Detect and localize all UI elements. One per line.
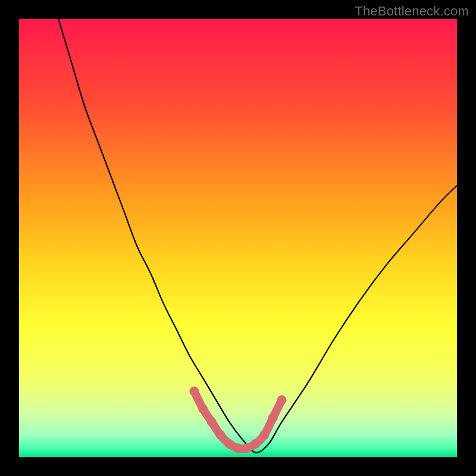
optimal-zone-dot xyxy=(198,404,208,414)
optimal-zone-dot xyxy=(233,443,243,453)
chart-frame: TheBottleneck.com xyxy=(0,0,476,476)
optimal-zone-dot xyxy=(207,417,217,427)
bottleneck-chart xyxy=(0,0,476,476)
optimal-zone-dot xyxy=(242,443,252,453)
optimal-zone-dot xyxy=(189,387,199,396)
plot-background xyxy=(19,19,457,457)
watermark-text: TheBottleneck.com xyxy=(355,4,469,19)
optimal-zone-dot xyxy=(268,413,278,422)
optimal-zone-dot xyxy=(277,395,287,405)
optimal-zone-dot xyxy=(250,439,260,449)
optimal-zone-dot xyxy=(259,430,269,440)
optimal-zone-dot xyxy=(224,439,234,449)
optimal-zone-dot xyxy=(216,430,226,440)
